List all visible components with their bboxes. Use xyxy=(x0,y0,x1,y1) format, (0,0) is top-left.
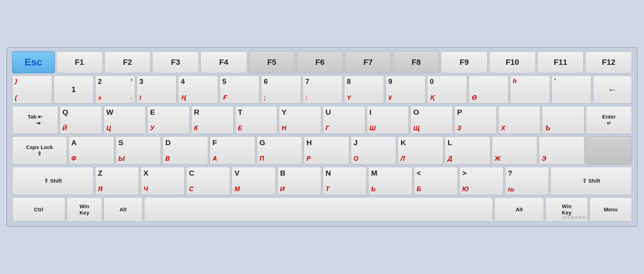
key-quote-num[interactable]: ' xyxy=(551,75,592,104)
key-i-main: I xyxy=(370,108,372,116)
key-menu[interactable]: Menu xyxy=(589,197,632,222)
key-w[interactable]: W Ц xyxy=(104,106,146,134)
key-t[interactable]: T Е xyxy=(235,106,278,134)
key-j[interactable]: J О xyxy=(351,136,396,165)
key-g[interactable]: G П xyxy=(257,136,302,165)
key-y-main: Y xyxy=(282,108,287,116)
key-d[interactable]: D В xyxy=(162,136,208,165)
key-c-sub: С xyxy=(189,185,194,193)
key-h[interactable]: H Р xyxy=(304,136,349,165)
key-q-sub: Й xyxy=(62,125,67,132)
key-k[interactable]: K Л xyxy=(398,136,443,165)
key-2[interactable]: ! " 2 э xyxy=(95,75,135,104)
key-f12[interactable]: F12 xyxy=(585,51,632,73)
key-f10[interactable]: F10 xyxy=(489,51,536,73)
key-ctrl[interactable]: Ctrl xyxy=(12,197,65,222)
key-f-main: F xyxy=(212,138,217,147)
key-minus[interactable]: Ө xyxy=(468,75,509,104)
number-row: ) ( 1 ! " 2 э 3 І 4 Ң 5 Ғ 6 xyxy=(12,75,632,104)
key-tab[interactable]: Tab ⇤ ⇥ xyxy=(12,106,58,134)
key-equals[interactable]: h xyxy=(510,75,550,104)
key-enter[interactable]: Enter↵ xyxy=(586,106,632,134)
key-0[interactable]: 0 Қ xyxy=(427,75,467,104)
key-lbracket[interactable]: Х xyxy=(498,106,541,134)
esc-label: Esc xyxy=(24,57,42,67)
key-7[interactable]: 7 : xyxy=(302,75,343,104)
key-8[interactable]: 8 Y xyxy=(344,75,384,104)
key-f7[interactable]: F7 xyxy=(345,51,392,73)
key-m[interactable]: M Ь xyxy=(368,167,412,195)
key-o[interactable]: O Щ xyxy=(410,106,453,134)
key-n[interactable]: N Т xyxy=(323,167,367,195)
key-period[interactable]: > Ю xyxy=(459,167,503,195)
key-apostrophe[interactable]: Э xyxy=(539,136,584,165)
key-h-main: H xyxy=(306,138,312,147)
key-f5[interactable]: F5 xyxy=(249,51,295,73)
f12-label: F12 xyxy=(602,58,615,66)
key-s-sub: Ы xyxy=(118,155,125,162)
key-shift-left[interactable]: ⇧ Shift xyxy=(12,167,94,195)
key-5[interactable]: 5 Ғ xyxy=(220,75,260,104)
key-y[interactable]: Y Н xyxy=(279,106,321,134)
key-r[interactable]: R К xyxy=(191,106,234,134)
key-4[interactable]: 4 Ң xyxy=(178,75,218,104)
f8-label: F8 xyxy=(412,58,421,66)
key-l-sub: Д xyxy=(448,155,452,162)
key-e[interactable]: E У xyxy=(147,106,190,134)
function-row: Esc F1 F2 F3 F4 F5 F6 F7 F8 F9 F10 xyxy=(12,51,632,73)
key-d-sub: В xyxy=(165,155,170,162)
key-f2[interactable]: F2 xyxy=(104,51,151,73)
key-win-right[interactable]: WinKey 知乎@未命名 xyxy=(545,197,588,222)
key-v[interactable]: V М xyxy=(232,167,276,195)
key-0-main: 0 xyxy=(430,78,434,86)
key-p[interactable]: P З xyxy=(454,106,497,134)
key-capslock[interactable]: Caps Lock⇪ xyxy=(12,136,67,165)
key-t-main: T xyxy=(238,108,243,116)
key-rbracket[interactable]: Ъ xyxy=(542,106,584,134)
key-shift-right[interactable]: ⇧ Shift xyxy=(550,167,632,195)
key-l[interactable]: L Д xyxy=(445,136,490,165)
key-f9[interactable]: F9 xyxy=(441,51,488,73)
key-6[interactable]: 6 ; xyxy=(261,75,301,104)
key-b[interactable]: B И xyxy=(277,167,321,195)
key-f8[interactable]: F8 xyxy=(393,51,440,73)
key-z[interactable]: Z Я xyxy=(95,167,139,195)
key-slash[interactable]: ? № xyxy=(505,167,549,195)
key-s[interactable]: S Ы xyxy=(116,136,161,165)
key-u[interactable]: U Г xyxy=(323,106,365,134)
key-win-left[interactable]: WinKey xyxy=(67,197,102,222)
key-a[interactable]: A Ф xyxy=(68,136,114,165)
key-q[interactable]: Q Й xyxy=(60,106,102,134)
key-alt-right[interactable]: Alt xyxy=(494,197,544,222)
key-equals-main: h xyxy=(513,78,517,85)
key-backtick[interactable]: ) ( xyxy=(12,75,52,104)
key-9[interactable]: 9 ¥ xyxy=(385,75,426,104)
key-alt-left[interactable]: Alt xyxy=(104,197,143,222)
key-space[interactable] xyxy=(144,197,493,222)
key-j-main: J xyxy=(354,138,358,147)
key-b-main: B xyxy=(280,169,285,177)
key-esc[interactable]: Esc xyxy=(12,51,55,73)
f11-label: F11 xyxy=(554,58,567,66)
key-1[interactable]: 1 xyxy=(54,75,94,104)
key-3[interactable]: 3 І xyxy=(137,75,177,104)
key-m-sub: Ь xyxy=(371,185,376,193)
watermark: 知乎@未命名 xyxy=(563,215,586,220)
key-f4[interactable]: F4 xyxy=(200,51,247,73)
key-p-main: P xyxy=(457,108,462,116)
alt-right-label: Alt xyxy=(516,206,523,213)
key-f1[interactable]: F1 xyxy=(56,51,103,73)
win-right-label: WinKey xyxy=(562,203,572,216)
key-f[interactable]: F А xyxy=(210,136,255,165)
key-backspace[interactable]: ← xyxy=(593,75,632,104)
key-f3[interactable]: F3 xyxy=(152,51,199,73)
key-f6[interactable]: F6 xyxy=(296,51,343,73)
key-e-sub: У xyxy=(150,125,154,132)
key-x[interactable]: X Ч xyxy=(140,167,184,195)
key-i[interactable]: I Ш xyxy=(367,106,409,134)
key-c[interactable]: C С xyxy=(186,167,230,195)
key-lbracket-sub: Х xyxy=(501,125,505,132)
key-semicolon[interactable]: Ж xyxy=(492,136,538,165)
key-f11[interactable]: F11 xyxy=(537,51,584,73)
key-comma[interactable]: < Б xyxy=(414,167,458,195)
